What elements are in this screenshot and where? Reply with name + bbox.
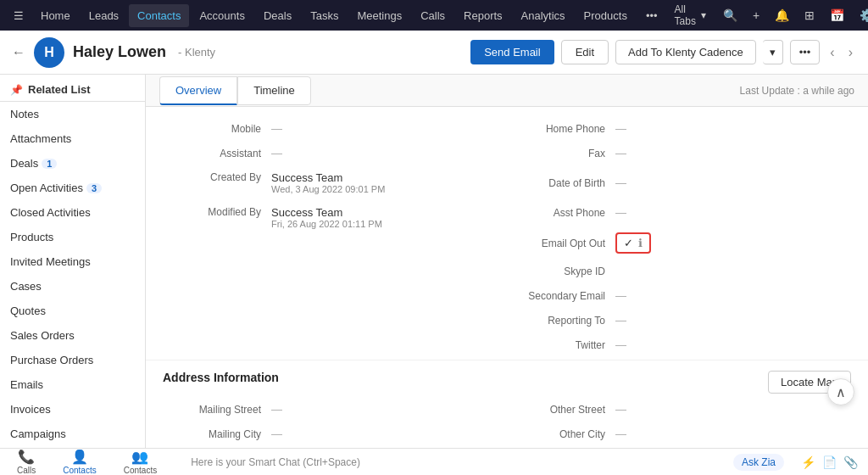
settings-icon[interactable]: ⚙️	[854, 5, 868, 25]
contact-avatar: H	[34, 37, 64, 68]
nav-reports[interactable]: Reports	[455, 4, 511, 27]
twitter-label: Twitter	[514, 339, 615, 351]
bottom-bar: 📞 Calls 👤 Contacts 👥 Contacts Here is yo…	[0, 448, 868, 475]
email-opt-check: ✓	[624, 237, 633, 249]
hamburger-icon[interactable]: ☰	[7, 4, 31, 27]
calendar-icon[interactable]: 📅	[825, 5, 849, 25]
sidebar-item-notes[interactable]: Notes	[0, 102, 145, 126]
nav-analytics[interactable]: Analytics	[513, 4, 574, 27]
sidebar-item-sales-orders[interactable]: Sales Orders	[0, 323, 145, 348]
send-email-button[interactable]: Send Email	[470, 40, 554, 64]
modified-by-value: Success Team	[271, 206, 382, 219]
all-tabs-dropdown[interactable]: All Tabs ▾	[668, 0, 714, 31]
sidebar-item-purchase-orders[interactable]: Purchase Orders	[0, 348, 145, 372]
nav-products[interactable]: Products	[576, 4, 636, 27]
nav-more[interactable]: •••	[637, 4, 666, 27]
top-navigation: ☰ Home Leads Contacts Accounts Deals Tas…	[0, 0, 868, 31]
home-phone-value: —	[615, 122, 844, 135]
edit-button[interactable]: Edit	[561, 40, 609, 64]
bottom-contacts2-item[interactable]: 👥 Contacts	[117, 447, 164, 475]
assistant-value: —	[271, 147, 500, 159]
nav-tasks[interactable]: Tasks	[302, 4, 347, 27]
skype-id-label: Skype ID	[514, 265, 615, 277]
sidebar-item-closed-activities[interactable]: Closed Activities	[0, 200, 145, 225]
more-actions-button[interactable]: •••	[790, 40, 821, 64]
fax-value: —	[615, 147, 844, 159]
asst-phone-label: Asst Phone	[514, 207, 615, 219]
nav-deals[interactable]: Deals	[255, 4, 300, 27]
sidebar-item-invoices[interactable]: Invoices	[0, 397, 145, 422]
nav-meetings[interactable]: Meetings	[348, 4, 410, 27]
calls-icon: 📞	[18, 449, 35, 465]
nav-accounts[interactable]: Accounts	[191, 4, 253, 27]
modified-by-date: Fri, 26 Aug 2022 01:11 PM	[271, 219, 382, 229]
sidebar-item-deals[interactable]: Deals 1	[0, 151, 145, 176]
add-icon[interactable]: +	[748, 5, 765, 25]
pin-icon: 📌	[10, 84, 23, 96]
created-by-date: Wed, 3 Aug 2022 09:01 PM	[271, 184, 385, 194]
sidebar-item-campaigns[interactable]: Campaigns	[0, 422, 145, 446]
add-to-cadence-button[interactable]: Add To Klenty Cadence	[615, 40, 756, 64]
sidebar-item-attachments[interactable]: Attachments	[0, 126, 145, 151]
reporting-to-label: Reporting To	[514, 315, 615, 327]
open-activities-badge: 3	[86, 183, 102, 193]
email-opt-out-label: Email Opt Out	[514, 238, 615, 249]
sidebar-item-open-activities[interactable]: Open Activities 3	[0, 176, 145, 200]
sidebar-header: 📌 Related List	[0, 75, 145, 102]
nav-home[interactable]: Home	[32, 4, 79, 27]
tab-timeline[interactable]: Timeline	[237, 76, 311, 105]
calls-label: Calls	[17, 466, 36, 475]
contacts-icon: 👤	[71, 449, 88, 465]
mailing-city-value: —	[271, 428, 500, 440]
tab-overview[interactable]: Overview	[159, 76, 237, 105]
email-opt-out-box[interactable]: ✓ ℹ	[615, 232, 651, 254]
address-form: Mailing Street — Other Street — Mailing …	[146, 388, 868, 448]
main-content: Overview Timeline Last Update : a while …	[146, 75, 868, 448]
grid-icon[interactable]: ⊞	[799, 5, 820, 25]
date-of-birth-value: —	[615, 176, 844, 189]
contact-org: - Klenty	[178, 46, 215, 59]
sidebar-item-cases[interactable]: Cases	[0, 274, 145, 299]
sidebar-title: Related List	[28, 83, 91, 96]
mobile-value: —	[271, 122, 500, 135]
created-by-label: Created By	[170, 171, 271, 183]
search-icon[interactable]: 🔍	[718, 5, 743, 25]
reporting-to-value: —	[615, 314, 844, 327]
sidebar-item-quotes[interactable]: Quotes	[0, 299, 145, 323]
smart-chat-input[interactable]: Here is your Smart Chat (Ctrl+Space)	[181, 456, 716, 468]
cadence-dropdown-button[interactable]: ▾	[763, 40, 783, 64]
last-update-text: Last Update : a while ago	[740, 85, 854, 97]
prev-record-button[interactable]: ‹	[826, 42, 837, 64]
sidebar-item-social[interactable]: Social	[0, 446, 145, 448]
mailing-street-value: —	[271, 403, 500, 416]
sidebar-item-products[interactable]: Products	[0, 225, 145, 249]
bottom-icon-2[interactable]: 📄	[822, 455, 837, 469]
nav-calls[interactable]: Calls	[412, 4, 453, 27]
bottom-calls-item[interactable]: 📞 Calls	[10, 447, 42, 475]
bottom-icon-3[interactable]: 📎	[843, 455, 858, 469]
back-button[interactable]: ←	[12, 45, 25, 60]
sidebar-item-emails[interactable]: Emails	[0, 372, 145, 397]
nav-leads[interactable]: Leads	[81, 4, 127, 27]
contacts2-icon: 👥	[131, 449, 148, 465]
other-city-label: Other City	[514, 428, 615, 440]
address-section-header: Address Information Locate Map	[146, 360, 868, 388]
bottom-icon-1[interactable]: ⚡	[801, 455, 815, 469]
ask-zia-button[interactable]: Ask Zia	[733, 454, 784, 471]
other-street-label: Other Street	[514, 404, 615, 416]
related-list-sidebar: 📌 Related List Notes Attachments Deals 1…	[0, 75, 146, 448]
sidebar-item-invited-meetings[interactable]: Invited Meetings	[0, 249, 145, 274]
modified-by-label: Modified By	[170, 206, 271, 218]
twitter-value: —	[615, 338, 844, 351]
scroll-up-button[interactable]: ∧	[827, 378, 854, 405]
next-record-button[interactable]: ›	[845, 42, 856, 64]
mailing-street-label: Mailing Street	[170, 404, 271, 416]
notifications-icon[interactable]: 🔔	[770, 5, 794, 25]
nav-contacts[interactable]: Contacts	[129, 4, 189, 27]
contact-header: ← H Haley Lowen - Klenty Send Email Edit…	[0, 31, 868, 75]
other-street-value: —	[615, 403, 844, 416]
bottom-contacts-item[interactable]: 👤 Contacts	[56, 447, 103, 475]
email-opt-info-icon: ℹ	[638, 237, 643, 249]
mobile-label: Mobile	[170, 123, 271, 135]
deals-badge: 1	[42, 159, 57, 169]
